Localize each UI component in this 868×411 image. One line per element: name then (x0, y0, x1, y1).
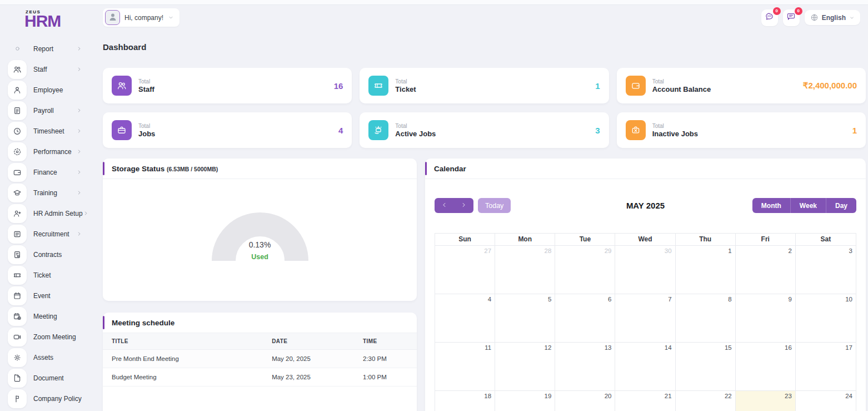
sidebar-item-performance[interactable]: Performance (0, 141, 99, 162)
calendar-day-cell[interactable]: 24 (796, 391, 856, 411)
sidebar-item-assets[interactable]: Assets (0, 347, 99, 368)
avatar (105, 10, 120, 25)
calendar-day-cell[interactable]: 22 (676, 391, 736, 411)
sidebar-item-label: Timesheet (33, 127, 64, 135)
inactive-jobs-icon (626, 120, 646, 140)
calendar-day-cell[interactable]: 19 (495, 391, 555, 411)
calendar-day-cell[interactable]: 29 (555, 246, 615, 294)
sidebar-item-label: Staff (33, 66, 47, 73)
calendar-day-cell[interactable]: 28 (495, 246, 555, 294)
chevron-down-icon (849, 15, 855, 21)
storage-gauge: 0.13% Used (212, 212, 308, 261)
storage-gauge-area: 0.13% Used (103, 179, 417, 301)
sidebar-item-event[interactable]: Event (0, 285, 99, 306)
sidebar-item-meeting[interactable]: Meeting (0, 306, 99, 326)
sidebar-item-timesheet[interactable]: Timesheet (0, 121, 99, 141)
calendar-view-week[interactable]: Week (790, 198, 826, 213)
calendar-day-cell[interactable]: 27 (435, 246, 495, 294)
sidebar-item-label: Event (33, 292, 51, 300)
calendar-prev-button[interactable] (435, 198, 454, 213)
globe-icon (810, 13, 819, 22)
header-actions: 0 0 English (761, 9, 866, 26)
stat-meta: TotalInactive Jobs (652, 123, 698, 138)
calendar-day-cell[interactable]: 20 (555, 391, 615, 411)
weekday-label: Sat (796, 234, 856, 246)
calendar-day-cell[interactable]: 15 (676, 343, 736, 391)
calendar-day-cell[interactable]: 16 (736, 343, 796, 391)
sidebar-item-label: Meeting (33, 313, 57, 320)
sidebar-item-payroll[interactable]: Payroll (0, 100, 99, 121)
assets-icon (8, 348, 27, 367)
calendar-day-cell[interactable]: 3 (796, 246, 856, 294)
chat-button[interactable]: 0 (761, 9, 778, 26)
main-content: Hi, company! 0 0 English Dashboard Total… (99, 4, 868, 411)
stat-card-active-jobs: TotalActive Jobs3 (360, 112, 608, 148)
chevron-right-icon (83, 210, 89, 216)
payroll-icon (8, 101, 27, 120)
sidebar-item-finance[interactable]: Finance (0, 162, 99, 182)
sidebar-item-company-policy[interactable]: Company Policy (0, 388, 99, 409)
meeting-cell: May 23, 2025 (263, 368, 354, 387)
calendar-day-cell[interactable]: 14 (615, 343, 675, 391)
calendar-day-cell[interactable]: 10 (796, 294, 856, 343)
chevron-right-icon (76, 46, 82, 52)
calendar-view-month[interactable]: Month (752, 198, 790, 213)
sidebar-item-contracts[interactable]: Contracts (0, 244, 99, 265)
company-policy-icon (8, 389, 27, 408)
app-logo[interactable]: ZEUS HRM (24, 10, 99, 29)
sidebar-item-document[interactable]: Document (0, 368, 99, 388)
chevron-right-icon (76, 128, 82, 134)
stat-meta: TotalJobs (138, 123, 155, 138)
storage-used-label: Used (212, 253, 308, 261)
storage-title: Storage Status (112, 165, 164, 173)
calendar-day-cell[interactable]: 1 (676, 246, 736, 294)
calendar-day-cell[interactable]: 2 (736, 246, 796, 294)
sidebar-item-label: Assets (33, 354, 53, 362)
user-menu[interactable]: Hi, company! (103, 8, 179, 27)
contracts-icon (8, 245, 27, 264)
sidebar-item-hr-admin-setup[interactable]: HR Admin Setup (0, 203, 99, 224)
calendar-day-cell[interactable]: 4 (435, 294, 495, 343)
sidebar-item-staff[interactable]: Staff (0, 59, 99, 80)
calendar-view-day[interactable]: Day (826, 198, 856, 213)
stat-meta: TotalAccount Balance (652, 78, 711, 93)
stat-value: ₹2,400,000.00 (803, 81, 857, 91)
calendar-week-row: 45678910 (435, 294, 856, 343)
calendar-day-cell[interactable]: 13 (555, 343, 615, 391)
meeting-schedule-card: Meeting schedule TITLEDATETIME Pre Month… (103, 313, 417, 411)
chat-badge: 0 (773, 7, 781, 15)
sidebar-item-employee[interactable]: Employee (0, 80, 99, 100)
messages-button[interactable]: 0 (783, 9, 800, 26)
calendar-day-cell[interactable]: 7 (615, 294, 675, 343)
calendar-day-cell[interactable]: 17 (796, 343, 856, 391)
calendar-today-button[interactable]: Today (478, 198, 511, 213)
sidebar-item-report[interactable]: Report (0, 38, 99, 59)
sidebar-item-training[interactable]: Training (0, 182, 99, 203)
storage-status-card: Storage Status (6.53MB / 5000MB) 0.13% U… (103, 159, 417, 301)
meeting-cell: Pre Month End Meeting (103, 350, 263, 368)
calendar-next-button[interactable] (454, 198, 473, 213)
calendar-day-cell[interactable]: 9 (736, 294, 796, 343)
calendar-day-cell[interactable]: 12 (495, 343, 555, 391)
calendar-day-cell[interactable]: 30 (615, 246, 675, 294)
calendar-day-cell[interactable]: 11 (435, 343, 495, 391)
calendar-day-cell[interactable]: 21 (615, 391, 675, 411)
calendar-day-cell[interactable]: 8 (676, 294, 736, 343)
calendar-day-cell[interactable]: 5 (495, 294, 555, 343)
calendar-day-cell[interactable]: 18 (435, 391, 495, 411)
message-badge: 0 (795, 7, 802, 15)
calendar-day-cell-today[interactable]: 23 (736, 391, 796, 411)
weekday-label: Mon (495, 234, 555, 246)
weekday-label: Thu (676, 234, 736, 246)
stat-value: 1 (595, 81, 600, 91)
language-selector[interactable]: English (805, 10, 860, 25)
sidebar-item-ticket[interactable]: Ticket (0, 265, 99, 285)
sidebar-item-label: Contracts (33, 251, 62, 259)
stat-label: Jobs (138, 130, 155, 138)
sidebar-item-recruitment[interactable]: Recruitment (0, 224, 99, 244)
sidebar-item-label: HR Admin Setup (33, 210, 83, 217)
sidebar-item-zoom-meeting[interactable]: Zoom Meeting (0, 326, 99, 347)
sidebar-item-label: Payroll (33, 107, 54, 115)
calendar-day-cell[interactable]: 6 (555, 294, 615, 343)
sidebar-item-label: Training (33, 189, 57, 197)
